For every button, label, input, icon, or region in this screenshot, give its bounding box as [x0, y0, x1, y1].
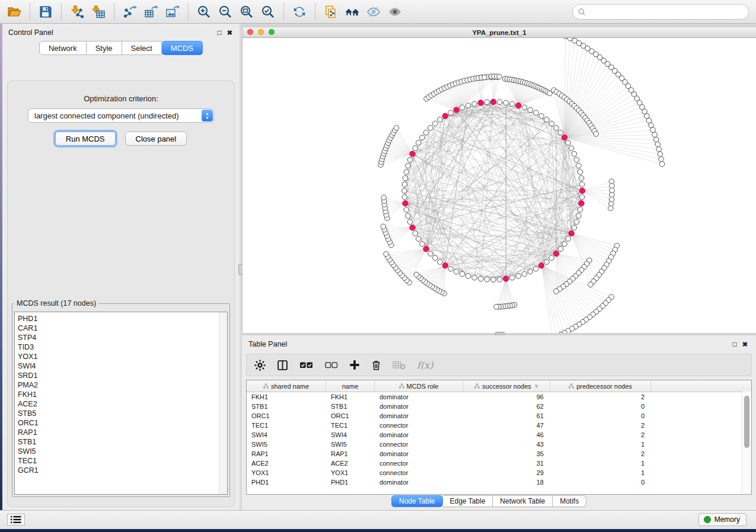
table-row[interactable]: SWI5SWI5connector431 [247, 440, 751, 449]
network-node[interactable] [578, 207, 583, 213]
table-cell[interactable]: connector [375, 469, 463, 476]
table-cell[interactable]: FKH1 [247, 393, 326, 400]
network-node[interactable] [659, 162, 665, 167]
network-node[interactable] [652, 132, 658, 137]
first-neighbors-button[interactable] [342, 2, 363, 21]
tab-node-table[interactable]: Node Table [391, 495, 443, 507]
network-node[interactable] [428, 126, 433, 131]
network-node[interactable] [649, 123, 654, 128]
mcds-node[interactable] [538, 263, 544, 268]
table-cell[interactable]: 43 [463, 441, 550, 448]
export-image-button[interactable] [162, 2, 183, 21]
mcds-result-item[interactable]: STB1 [18, 437, 219, 447]
network-node[interactable] [465, 103, 471, 108]
table-cell[interactable]: 1 [550, 460, 651, 467]
table-cell[interactable]: SWI4 [326, 431, 375, 438]
network-node[interactable] [522, 271, 527, 277]
mcds-node[interactable] [490, 99, 496, 104]
network-node[interactable] [576, 213, 582, 219]
window-close-icon[interactable] [247, 29, 253, 35]
network-node[interactable] [574, 219, 579, 225]
zoom-fit-button[interactable] [236, 2, 257, 21]
tab-motifs[interactable]: Motifs [553, 495, 586, 507]
mcds-result-item[interactable]: STB5 [18, 409, 219, 418]
network-node[interactable] [549, 121, 554, 126]
table-row[interactable]: PHD1PHD1dominator180 [247, 477, 751, 487]
column-header-MCDS-role[interactable]: MCDS role [375, 380, 463, 392]
network-node[interactable] [460, 271, 465, 277]
table-cell[interactable]: 2 [550, 450, 651, 457]
network-node[interactable] [516, 274, 521, 279]
network-node[interactable] [558, 130, 563, 136]
table-cell[interactable]: STB1 [326, 403, 375, 410]
network-node[interactable] [438, 117, 443, 123]
open-session-button[interactable] [4, 2, 25, 21]
network-node[interactable] [544, 259, 550, 265]
network-node[interactable] [572, 151, 577, 156]
network-node[interactable] [510, 275, 515, 280]
select-all-button[interactable] [299, 360, 314, 370]
table-cell[interactable]: dominator [375, 412, 463, 419]
search-input[interactable] [588, 6, 748, 18]
mcds-result-item[interactable]: GCR1 [18, 466, 219, 475]
table-cell[interactable]: 29 [463, 469, 550, 476]
memory-button[interactable]: Memory [698, 513, 747, 526]
network-node[interactable] [572, 225, 577, 230]
table-cell[interactable]: SWI5 [326, 441, 375, 448]
window-zoom-icon[interactable] [269, 29, 275, 35]
mcds-result-item[interactable]: TEC1 [18, 456, 219, 466]
network-node[interactable] [497, 74, 502, 79]
close-panel-icon[interactable]: ✖ [742, 341, 748, 348]
mcds-node[interactable] [454, 107, 459, 113]
table-row[interactable]: FKH1FKH1dominator962 [247, 392, 751, 402]
table-cell[interactable]: 1 [550, 469, 651, 476]
add-column-button[interactable] [349, 360, 360, 370]
table-cell[interactable]: YOX1 [247, 469, 326, 476]
mcds-node[interactable] [423, 246, 429, 252]
table-cell[interactable]: 2 [550, 393, 651, 400]
network-node[interactable] [438, 259, 443, 265]
export-network-button[interactable] [119, 2, 141, 21]
delete-row-button[interactable] [371, 360, 381, 371]
network-node[interactable] [381, 224, 386, 229]
clear-selection-button[interactable] [325, 360, 338, 370]
network-node[interactable] [566, 140, 571, 146]
network-node[interactable] [579, 182, 585, 187]
network-node[interactable] [534, 110, 539, 116]
network-node[interactable] [653, 137, 659, 142]
mcds-result-item[interactable]: SWI5 [18, 447, 219, 456]
network-node[interactable] [539, 114, 544, 119]
show-panels-button[interactable] [7, 514, 25, 525]
network-node[interactable] [433, 255, 438, 261]
mcds-result-item[interactable]: ACE2 [18, 399, 219, 409]
table-cell[interactable]: dominator [375, 431, 463, 438]
mcds-result-item[interactable]: PMA2 [18, 380, 219, 390]
network-node[interactable] [472, 275, 477, 280]
table-cell[interactable]: PHD1 [247, 479, 326, 486]
network-node[interactable] [404, 169, 409, 175]
network-node[interactable] [482, 75, 487, 80]
column-header-name[interactable]: name [326, 380, 375, 392]
mcds-result-item[interactable]: TID3 [18, 342, 219, 352]
network-node[interactable] [414, 272, 419, 277]
run-mcds-button[interactable]: Run MCDS [55, 132, 116, 146]
network-node[interactable] [416, 140, 422, 146]
mcds-node[interactable] [410, 225, 415, 230]
table-cell[interactable]: 31 [463, 460, 550, 467]
network-node[interactable] [659, 156, 664, 162]
network-node[interactable] [406, 213, 411, 219]
network-node[interactable] [420, 242, 425, 247]
network-node[interactable] [494, 305, 499, 310]
table-row[interactable]: ACE2ACE2connector311 [247, 459, 751, 468]
table-cell[interactable]: dominator [375, 479, 463, 486]
table-scrollbar[interactable] [742, 392, 751, 494]
network-node[interactable] [574, 157, 579, 162]
zoom-in-button[interactable] [193, 2, 215, 21]
network-node[interactable] [566, 236, 571, 242]
network-node[interactable] [384, 251, 389, 257]
network-node[interactable] [484, 277, 490, 282]
network-node[interactable] [407, 157, 413, 162]
table-cell[interactable]: 2 [550, 422, 651, 429]
table-cell[interactable]: RAP1 [247, 450, 326, 457]
network-node[interactable] [406, 163, 411, 168]
